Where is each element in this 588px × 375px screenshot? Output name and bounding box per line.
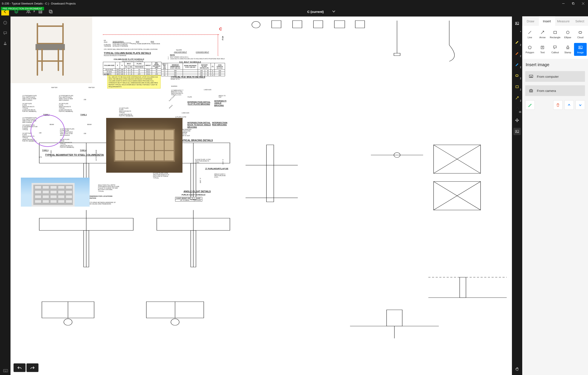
close-button[interactable] xyxy=(578,0,588,7)
revision-dropdown[interactable]: C (current) xyxy=(307,10,336,13)
svg-rect-15 xyxy=(394,53,400,56)
from-computer-button[interactable]: From computer xyxy=(525,71,585,82)
undo-button[interactable] xyxy=(13,363,26,372)
expand-icon[interactable]: ◂ xyxy=(520,30,522,32)
refer-wall: OTE: REFER WALL BRACING PLAN ON S.225 FO… xyxy=(104,49,158,50)
cap12: 12 CAP PLATE 6 CFW 4M20 8.8/S BOLTS TYPI… xyxy=(119,107,133,117)
shsrhs-r: SHS/RHS xyxy=(171,85,177,87)
highlighter-blue[interactable]: 2 xyxy=(514,61,521,68)
inserted-image-room[interactable] xyxy=(106,118,182,173)
move-tool[interactable] xyxy=(514,117,521,124)
tool-ellipse[interactable]: Ellipse xyxy=(561,28,574,41)
prev-button[interactable] xyxy=(564,100,574,110)
stiff12b: 12 STIFFENER PLATE FULL DEPTH EACH SIDE … xyxy=(59,95,73,101)
comment-icon[interactable] xyxy=(2,30,8,36)
m20a: 1-M20 8.8/S xyxy=(204,89,211,91)
svg-rect-53 xyxy=(36,45,64,49)
tab-insert[interactable]: Insert xyxy=(539,16,555,26)
redo-button[interactable] xyxy=(26,363,39,372)
svg-rect-1 xyxy=(573,3,574,4)
tool-line[interactable]: Line xyxy=(524,28,536,41)
tool-callout[interactable]: Callout xyxy=(549,43,562,56)
delete-button[interactable] xyxy=(553,100,563,110)
undo-redo-toolbar xyxy=(13,363,39,372)
nts1: NTS xyxy=(39,156,42,158)
svg-point-2 xyxy=(27,10,28,12)
svg-rect-9 xyxy=(272,21,281,28)
svg-rect-12 xyxy=(334,21,345,28)
intersect-flat: INTERSECTION DETAIL FLAT PLATE BRACING xyxy=(187,101,210,105)
insert-tool-grid: Line Arrow Rectangle Ellipse Cloud Polyg… xyxy=(522,26,588,59)
highlighter-yellow[interactable]: 2 xyxy=(514,39,521,46)
keyboard-icon[interactable] xyxy=(2,368,9,374)
next-button[interactable] xyxy=(576,100,585,110)
svg-point-55 xyxy=(516,23,517,23)
svg-rect-4 xyxy=(49,10,52,12)
intersect-back: INTERSECTION DETAIL BACK TO BACK ANGLE B… xyxy=(187,122,211,128)
tab-select[interactable]: Select xyxy=(572,16,588,26)
tool-arrow[interactable]: Arrow xyxy=(536,28,549,41)
rafter2: RAFTER xyxy=(89,87,94,89)
s-unless: S UNLESS THERWISE xyxy=(104,44,111,47)
m20b: 1-M20 8.8/S xyxy=(182,112,189,114)
tool-text[interactable]: Text xyxy=(536,43,549,56)
panel-tabs: Draw Insert Measure Select xyxy=(522,16,588,26)
cone-icon[interactable] xyxy=(2,40,8,46)
plate-sched-hdr: COLUMN BASE PLATE SCHEDULE xyxy=(114,58,144,60)
hd-table: BOLT DIA. (D) mm MINIMUM EMBEDMENT U.N.O… xyxy=(161,63,225,76)
anchor: ANCHOR BOLT xyxy=(174,51,187,53)
fab-t: 12 FABRICATED 'T' BRACKET 6 CFW 2M24 8.8… xyxy=(171,90,184,96)
drawing-canvas[interactable]: TYPICAL COLUMN BASE PLATE DETAILS INLESS… xyxy=(10,16,512,375)
rectangle-tool-yellow[interactable]: 2 xyxy=(514,83,521,91)
rawings: RAWINGS FOR LOCATIONS RATION xyxy=(90,195,112,199)
maximize-button[interactable] xyxy=(568,0,578,7)
revision-label: C (current) xyxy=(307,10,324,13)
highlighter-orange[interactable]: 2 xyxy=(514,50,521,57)
top-toolbar: 3 C (current) xyxy=(0,7,588,16)
tool-image[interactable]: Image xyxy=(574,43,587,56)
svg-rect-5 xyxy=(50,11,52,13)
panel-footer xyxy=(522,100,588,110)
arrow-tool-yellow[interactable]: 2 xyxy=(514,94,521,101)
angle-to: ANGLE TO TOP xyxy=(219,95,226,98)
insert-image-header: Insert image xyxy=(522,59,588,69)
tool-rectangle[interactable]: Rectangle xyxy=(549,28,562,41)
distx2: DIST. 'X' xyxy=(222,159,224,164)
pen-color-button[interactable] xyxy=(525,100,535,110)
svg-rect-13 xyxy=(355,21,365,28)
info-icon[interactable] xyxy=(2,20,8,26)
touch-hand-icon[interactable] xyxy=(514,365,521,373)
anglecleat: ANGLE CLEAT, 6 2M12 PURLIN BO U.N.O. xyxy=(214,173,226,178)
inserted-image-chair[interactable] xyxy=(10,17,92,83)
inserted-image-building[interactable] xyxy=(21,178,90,207)
tool-cloud[interactable]: Cloud xyxy=(574,28,587,41)
d150a: 150 xyxy=(84,99,86,101)
type4: TYPE 4 xyxy=(80,150,86,152)
minimize-button[interactable] xyxy=(558,0,568,7)
svg-rect-29 xyxy=(266,145,274,202)
tool-polygon[interactable]: Polygon xyxy=(524,43,536,56)
image-tool-active[interactable] xyxy=(514,128,521,135)
beam-rafter: TYPICAL BEAM/RAFTER TO STEEL COLUMN DETA… xyxy=(45,153,104,156)
type3: TYPE 3 xyxy=(42,150,48,152)
purple-circle-markup[interactable] xyxy=(31,115,65,147)
copy-icon[interactable] xyxy=(47,8,55,15)
tab-draw[interactable]: Draw xyxy=(522,16,539,26)
cloud-tool-yellow[interactable]: 2 xyxy=(514,72,521,79)
square: SQUARE xyxy=(176,49,182,51)
weld-note: ALL WELDS TO BE 6mm E48 CONTINUOUS. (FOR… xyxy=(107,75,160,89)
purlin-girtlap: 'Z' PURLIN/GIRTLAP DE xyxy=(205,168,228,170)
svg-rect-45 xyxy=(387,310,402,326)
svg-point-49 xyxy=(64,319,72,325)
ink-tool[interactable]: 16 xyxy=(514,105,521,113)
typ-bracing: TYPICAL BRACING DETAILS xyxy=(180,139,213,142)
angle-cleat: ANGLE CLEAT DETAILS xyxy=(184,190,211,193)
image-tool-icon[interactable] xyxy=(514,20,521,27)
window-controls xyxy=(558,0,588,7)
rafter1: RAFTER xyxy=(51,87,57,89)
tool-stamp[interactable]: Stamp xyxy=(561,43,574,56)
tab-measure[interactable]: Measure xyxy=(555,16,572,26)
from-camera-button[interactable]: From camera xyxy=(525,85,585,96)
svg-point-3 xyxy=(29,10,30,12)
right-tool-rail: ◂ 2 2 2 2 2 2 16 xyxy=(512,16,522,375)
